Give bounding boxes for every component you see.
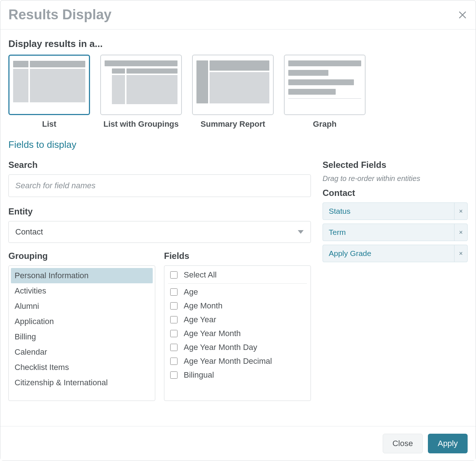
grouping-item[interactable]: Activities xyxy=(11,283,153,299)
field-checkbox[interactable] xyxy=(170,302,177,310)
display-option-label: Graph xyxy=(284,119,366,129)
grouping-panel: Personal Information Activities Alumni A… xyxy=(8,265,155,401)
field-checkbox[interactable] xyxy=(170,316,177,323)
display-option-summary[interactable]: Summary Report xyxy=(192,55,274,129)
selected-entity-heading: Contact xyxy=(323,188,468,198)
selected-field-label: Apply Grade xyxy=(329,249,371,258)
grouping-item[interactable]: Citizenship & International xyxy=(11,375,153,390)
field-label: Age xyxy=(184,287,198,297)
grouping-item[interactable]: Billing xyxy=(11,329,153,344)
selected-field-pill[interactable]: Apply Grade × xyxy=(323,245,468,262)
field-label: Age Month xyxy=(184,301,222,311)
display-in-heading: Display results in a... xyxy=(8,38,468,50)
field-row[interactable]: Age Year Month xyxy=(168,327,307,340)
selected-fields-hint: Drag to re-order within entities xyxy=(323,174,468,183)
list-thumb xyxy=(8,55,90,115)
summary-thumb xyxy=(192,55,274,115)
grouping-item[interactable]: Calendar xyxy=(11,344,153,360)
display-options: List List with Groupings xyxy=(8,55,468,129)
field-label: Age Year Month Decimal xyxy=(184,356,272,366)
fields-to-display-heading: Fields to display xyxy=(8,139,468,150)
grouping-item[interactable]: Application xyxy=(11,314,153,329)
field-checkbox[interactable] xyxy=(170,344,177,351)
display-option-label: List xyxy=(8,119,90,129)
field-checkbox[interactable] xyxy=(170,288,177,296)
field-row[interactable]: Bilingual xyxy=(168,368,307,382)
grouping-item[interactable]: Alumni xyxy=(11,299,153,314)
field-checkbox[interactable] xyxy=(170,371,177,379)
field-checkbox[interactable] xyxy=(170,358,177,365)
field-row[interactable]: Age xyxy=(168,285,307,299)
grouping-label: Grouping xyxy=(8,251,155,261)
remove-icon[interactable]: × xyxy=(454,203,467,220)
select-all-row[interactable]: Select All xyxy=(168,268,307,284)
display-option-label: List with Groupings xyxy=(100,119,182,129)
field-label: Age Year xyxy=(184,315,216,324)
close-button[interactable]: Close xyxy=(383,434,423,453)
field-checkbox[interactable] xyxy=(170,330,177,337)
selected-field-pill[interactable]: Term × xyxy=(323,224,468,241)
remove-icon[interactable]: × xyxy=(454,245,467,262)
selected-fields-heading: Selected Fields xyxy=(323,160,468,170)
entity-label: Entity xyxy=(8,206,311,217)
field-label: Age Year Month Day xyxy=(184,343,257,352)
entity-select[interactable] xyxy=(8,221,311,243)
display-option-list-groupings[interactable]: List with Groupings xyxy=(100,55,182,129)
fade-overlay xyxy=(0,411,476,426)
search-label: Search xyxy=(8,160,311,170)
results-display-modal: Results Display Display results in a... xyxy=(0,0,476,461)
fields-label: Fields xyxy=(164,251,311,261)
field-row[interactable]: Age Year Month Decimal xyxy=(168,354,307,368)
fields-panel: Select All Age Age Month xyxy=(164,265,311,401)
select-all-checkbox[interactable] xyxy=(170,271,177,279)
graph-thumb xyxy=(284,55,366,115)
display-option-label: Summary Report xyxy=(192,119,274,129)
display-option-graph[interactable]: Graph xyxy=(284,55,366,129)
grouping-item[interactable]: Checklist Items xyxy=(11,360,153,375)
display-option-list[interactable]: List xyxy=(8,55,90,129)
list-groupings-thumb xyxy=(100,55,182,115)
search-input[interactable] xyxy=(8,174,311,197)
modal-title: Results Display xyxy=(8,7,112,23)
select-all-label: Select All xyxy=(184,270,217,280)
field-label: Bilingual xyxy=(184,370,214,380)
modal-footer: Close Apply xyxy=(0,426,476,461)
modal-body: Display results in a... List xyxy=(0,29,476,426)
selected-fields-list: Status × Term × Apply Grade × xyxy=(323,202,468,262)
field-row[interactable]: Age Year xyxy=(168,313,307,327)
close-icon[interactable] xyxy=(457,10,468,20)
modal-header: Results Display xyxy=(0,0,476,29)
selected-field-label: Term xyxy=(329,228,346,237)
apply-button[interactable]: Apply xyxy=(428,434,468,453)
field-label: Age Year Month xyxy=(184,329,241,338)
grouping-item[interactable]: Personal Information xyxy=(11,268,153,283)
field-row[interactable]: Age Month xyxy=(168,299,307,313)
remove-icon[interactable]: × xyxy=(454,224,467,241)
field-row[interactable]: Age Year Month Day xyxy=(168,340,307,354)
selected-field-pill[interactable]: Status × xyxy=(323,202,468,220)
selected-field-label: Status xyxy=(329,207,351,216)
